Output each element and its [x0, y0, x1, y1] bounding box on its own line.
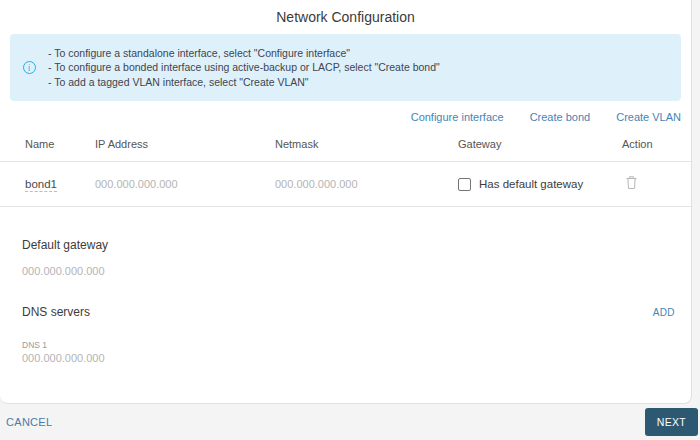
info-text: - To configure a standalone interface, s…	[48, 46, 440, 90]
info-line: - To configure a bonded interface using …	[48, 60, 440, 75]
next-button[interactable]: NEXT	[645, 408, 698, 436]
info-line: - To configure a standalone interface, s…	[48, 46, 440, 61]
has-default-gateway-option[interactable]: Has default gateway	[458, 178, 622, 191]
create-vlan-link[interactable]: Create VLAN	[616, 111, 681, 123]
add-dns-server-link[interactable]: ADD	[653, 307, 675, 318]
create-bond-link[interactable]: Create bond	[530, 111, 591, 123]
table-header-row: Name IP Address Netmask Gateway Action	[0, 130, 691, 162]
column-header-name: Name	[0, 138, 95, 150]
dns-1-label: DNS 1	[22, 340, 666, 350]
column-header-action: Action	[622, 138, 691, 150]
configure-interface-link[interactable]: Configure interface	[411, 111, 504, 123]
column-header-ip: IP Address	[95, 138, 275, 150]
trash-icon	[625, 175, 638, 190]
default-gateway-input[interactable]	[22, 265, 676, 281]
table-row: bond1 Has default gateway	[0, 162, 691, 207]
info-line: - To add a tagged VLAN interface, select…	[48, 75, 440, 90]
dialog-footer: CANCEL NEXT	[0, 404, 700, 440]
info-callout: i - To configure a standalone interface,…	[10, 34, 681, 101]
dns-servers-label: DNS servers	[22, 305, 90, 319]
default-gateway-label: Default gateway	[22, 238, 666, 252]
interface-name-bond1: bond1	[25, 178, 57, 192]
info-icon: i	[23, 61, 36, 74]
table-action-links: Configure interface Create bond Create V…	[0, 101, 691, 123]
cancel-button[interactable]: CANCEL	[6, 416, 52, 428]
delete-row-button[interactable]	[625, 175, 638, 193]
netmask-input[interactable]	[275, 178, 440, 194]
page-title: Network Configuration	[0, 0, 691, 25]
column-header-netmask: Netmask	[275, 138, 458, 150]
column-header-gateway: Gateway	[458, 138, 622, 150]
network-configuration-dialog: Network Configuration i - To configure a…	[0, 0, 692, 404]
ip-address-input[interactable]	[95, 178, 260, 194]
has-default-gateway-label: Has default gateway	[479, 178, 583, 190]
has-default-gateway-checkbox[interactable]	[458, 178, 471, 191]
dns-1-input[interactable]	[22, 352, 676, 368]
